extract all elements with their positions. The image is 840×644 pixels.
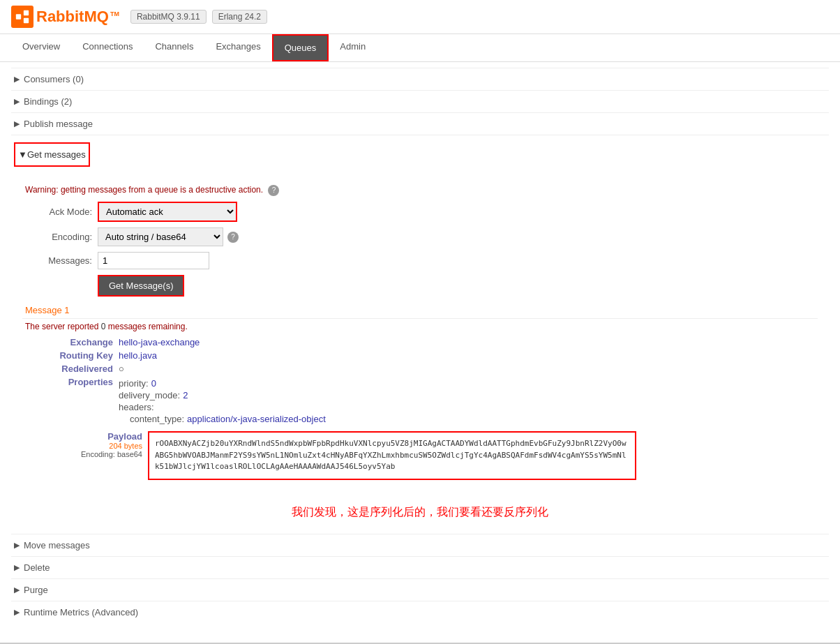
nav-overview[interactable]: Overview <box>11 34 71 61</box>
header: RabbitMQTM RabbitMQ 3.9.11 Erlang 24.2 <box>0 0 840 34</box>
delivery-mode-val: 2 <box>183 390 188 400</box>
purge-label: Purge <box>24 585 48 595</box>
delete-arrow: ▶ <box>14 563 20 572</box>
runtime-metrics-label: Runtime Metrics (Advanced) <box>24 607 138 617</box>
move-messages-section: ▶ Move messages <box>11 534 829 556</box>
delete-label: Delete <box>24 562 50 573</box>
priority-row: priority: 0 <box>119 378 326 389</box>
move-messages-arrow: ▶ <box>14 541 20 550</box>
headers-key: headers: <box>119 402 154 412</box>
messages-count-row: Messages: <box>22 252 818 269</box>
delete-header[interactable]: ▶ Delete <box>11 557 829 578</box>
nav-exchanges[interactable]: Exchanges <box>204 34 271 61</box>
publish-arrow: ▶ <box>14 119 20 128</box>
bindings-header[interactable]: ▶ Bindings (2) <box>11 91 829 112</box>
chinese-annotation: 我们发现，这是序列化后的，我们要看还要反序列化 <box>11 505 829 520</box>
publish-section: ▶ Publish message <box>11 112 829 135</box>
priority-val: 0 <box>151 378 156 389</box>
exchange-key: Exchange <box>22 337 113 347</box>
ack-mode-label: Ack Mode: <box>22 207 92 217</box>
properties-row: Properties priority: 0 delivery_mode: 2 … <box>22 377 818 426</box>
payload-main-label: Payload <box>22 431 142 442</box>
consumers-header[interactable]: ▶ Consumers (0) <box>11 68 829 90</box>
server-remaining-info: The server reported 0 messages remaining… <box>25 322 815 331</box>
navigation: Overview Connections Channels Exchanges … <box>0 34 840 62</box>
purge-header[interactable]: ▶ Purge <box>11 579 829 601</box>
payload-size: 204 bytes <box>22 442 142 450</box>
purge-section: ▶ Purge <box>11 578 829 601</box>
delivery-mode-key: delivery_mode: <box>119 390 180 400</box>
messages-count-label: Messages: <box>22 255 92 266</box>
logo-icon <box>11 6 33 28</box>
routing-key-value: hello.java <box>119 350 157 361</box>
bindings-arrow: ▶ <box>14 97 20 106</box>
payload-section: Payload 204 bytes Encoding: base64 rOOAB… <box>22 431 818 480</box>
ack-mode-row: Ack Mode: Automatic ack <box>22 202 818 222</box>
delivery-mode-row: delivery_mode: 2 <box>119 390 326 400</box>
consumers-label: Consumers (0) <box>24 74 84 84</box>
publish-label: Publish message <box>24 119 93 129</box>
get-messages-warning: Warning: getting messages from a queue i… <box>25 185 815 196</box>
svg-rect-0 <box>16 14 21 19</box>
runtime-metrics-section: ▶ Runtime Metrics (Advanced) <box>11 601 829 623</box>
routing-key-row: Routing Key hello.java <box>22 350 818 361</box>
get-messages-button[interactable]: Get Message(s) <box>98 275 184 297</box>
runtime-metrics-arrow: ▶ <box>14 608 20 617</box>
content-type-row: content_type: application/x-java-seriali… <box>119 414 326 424</box>
rabbitmq-version: RabbitMQ 3.9.11 <box>130 10 207 24</box>
content-type-key: content_type: <box>130 414 184 424</box>
get-messages-button-row: Get Message(s) <box>22 275 818 297</box>
properties-values: priority: 0 delivery_mode: 2 headers: co… <box>119 377 326 426</box>
get-messages-header-wrapper: ▼ Get messages <box>11 135 829 174</box>
bindings-label: Bindings (2) <box>24 96 72 107</box>
message-number: Message 1 <box>25 305 815 315</box>
headers-row: headers: <box>119 402 326 412</box>
nav-admin[interactable]: Admin <box>329 34 377 61</box>
messages-count-input[interactable] <box>98 252 209 269</box>
routing-key-label: Routing Key <box>22 350 113 361</box>
content-type-val: application/x-java-serialized-object <box>187 414 326 424</box>
priority-key: priority: <box>119 378 149 389</box>
get-messages-label: Get messages <box>27 149 86 160</box>
redelivered-value: ○ <box>119 364 124 374</box>
logo-text: RabbitMQTM <box>36 8 119 26</box>
encoding-select[interactable]: Auto string / base64 <box>98 227 223 246</box>
delete-section: ▶ Delete <box>11 556 829 578</box>
warning-help[interactable]: ? <box>268 185 279 196</box>
ack-mode-select[interactable]: Automatic ack <box>98 202 237 222</box>
purge-arrow: ▶ <box>14 585 20 594</box>
get-messages-arrow: ▼ <box>18 149 27 160</box>
get-messages-body: Warning: getting messages from a queue i… <box>11 174 829 491</box>
erlang-version: Erlang 24.2 <box>212 10 267 24</box>
exchange-value: hello-java-exchange <box>119 337 200 347</box>
encoding-label: Encoding: <box>22 232 92 242</box>
svg-rect-2 <box>24 18 29 23</box>
consumers-section: ▶ Consumers (0) <box>11 68 829 90</box>
nav-queues[interactable]: Queues <box>272 34 329 61</box>
get-messages-toggle[interactable]: ▼ Get messages <box>14 142 90 167</box>
exchange-row: Exchange hello-java-exchange <box>22 337 818 347</box>
encoding-help[interactable]: ? <box>227 232 239 243</box>
move-messages-label: Move messages <box>24 540 90 551</box>
bindings-section: ▶ Bindings (2) <box>11 90 829 112</box>
redelivered-key: Redelivered <box>22 364 113 374</box>
logo: RabbitMQTM <box>11 6 119 28</box>
redelivered-row: Redelivered ○ <box>22 364 818 374</box>
publish-header[interactable]: ▶ Publish message <box>11 113 829 135</box>
properties-key: Properties <box>22 377 113 387</box>
runtime-metrics-header[interactable]: ▶ Runtime Metrics (Advanced) <box>11 601 829 623</box>
payload-labels: Payload 204 bytes Encoding: base64 <box>22 431 148 480</box>
remaining-count: 0 <box>101 322 106 331</box>
nav-channels[interactable]: Channels <box>144 34 204 61</box>
consumers-arrow: ▶ <box>14 75 20 84</box>
payload-encoding-label: Encoding: base64 <box>22 450 142 458</box>
svg-rect-1 <box>24 10 29 15</box>
message-result: Message 1 The server reported 0 messages… <box>22 305 818 480</box>
encoding-row: Encoding: Auto string / base64 ? <box>22 227 818 246</box>
nav-connections[interactable]: Connections <box>71 34 144 61</box>
payload-content: rOOABXNyACZjb20uYXRndWlndS5ndWxpbWFpbRpd… <box>148 431 636 480</box>
move-messages-header[interactable]: ▶ Move messages <box>11 534 829 556</box>
get-messages-section: ▼ Get messages Warning: getting messages… <box>11 135 829 491</box>
main-content: ▶ Consumers (0) ▶ Bindings (2) ▶ Publish… <box>0 62 840 629</box>
